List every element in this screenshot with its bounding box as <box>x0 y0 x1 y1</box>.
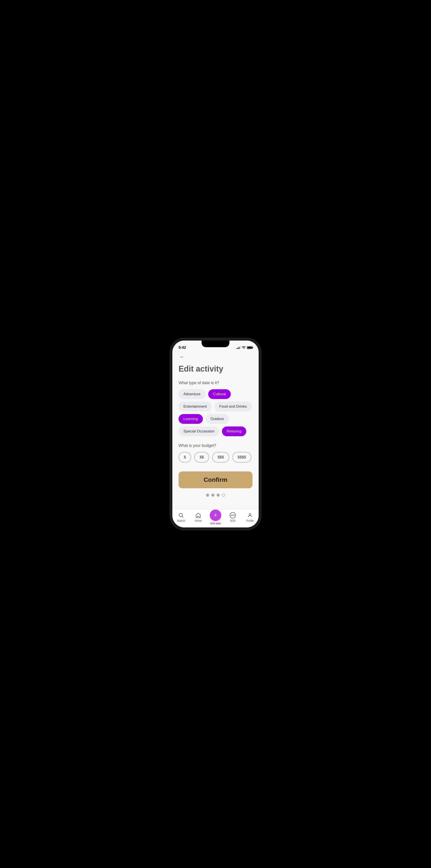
budget-btn-budget-4[interactable]: $$$$ <box>232 452 251 463</box>
battery-icon <box>247 346 253 349</box>
nav-add-date[interactable]: + Add date <box>207 509 224 525</box>
budget-btn-budget-2[interactable]: $$ <box>194 452 209 463</box>
nav-home[interactable]: Home <box>190 512 207 522</box>
nav-home-label: Home <box>195 519 202 522</box>
progress-dots <box>178 494 253 497</box>
budget-options: $$$$$$$$$$ <box>178 452 253 463</box>
tag-cultural[interactable]: Cultural <box>208 389 231 399</box>
nav-profile-label: Profile <box>246 519 254 522</box>
signal-icon <box>236 346 240 349</box>
status-icons <box>236 346 253 349</box>
confirm-button[interactable]: Confirm <box>178 471 253 488</box>
nav-search-label: Search <box>177 519 185 522</box>
tag-special-occasion[interactable]: Special Occassion <box>178 427 219 436</box>
nav-search[interactable]: Search <box>172 512 190 522</box>
back-button[interactable]: ← <box>178 353 186 361</box>
status-time: 9:42 <box>178 345 186 350</box>
tag-entertainment[interactable]: Entertainment <box>178 402 212 411</box>
nav-sos-label: SOS <box>230 519 235 522</box>
date-type-tags: AdventureCulturalEntertainmentFood and D… <box>178 389 253 436</box>
add-date-button[interactable]: + <box>210 509 221 521</box>
budget-section: What is your budget? $$$$$$$$$$ <box>178 443 253 463</box>
nav-add-date-label: Add date <box>210 522 221 525</box>
budget-btn-budget-1[interactable]: $ <box>178 452 191 463</box>
bottom-nav: Search Home + Add date SOS SOS <box>172 509 259 527</box>
tag-food-and-drinks[interactable]: Food and Drinks <box>214 402 252 411</box>
progress-dot-0 <box>206 494 209 497</box>
notch <box>202 341 229 347</box>
search-icon <box>178 512 184 518</box>
home-icon <box>195 512 201 518</box>
tag-adventure[interactable]: Adventure <box>178 389 205 399</box>
budget-label: What is your budget? <box>178 443 253 448</box>
date-type-label: What type of date is it? <box>178 381 253 385</box>
tag-relaxing[interactable]: Relaxing <box>222 427 246 436</box>
phone-frame: 9:42 ← Edit activity What type of date i… <box>172 341 259 527</box>
sos-icon: SOS <box>230 512 236 518</box>
confirm-section: Confirm <box>178 471 253 488</box>
svg-point-2 <box>249 514 251 515</box>
svg-line-1 <box>182 516 183 517</box>
budget-btn-budget-3[interactable]: $$$ <box>212 452 229 463</box>
back-arrow-icon: ← <box>180 354 185 360</box>
nav-profile[interactable]: Profile <box>241 512 259 522</box>
sos-circle: SOS <box>230 512 236 518</box>
person-icon <box>247 512 253 518</box>
progress-dot-2 <box>217 494 220 497</box>
nav-sos[interactable]: SOS SOS <box>224 512 241 522</box>
tag-learning[interactable]: Learning <box>178 414 203 424</box>
progress-dot-3 <box>222 494 225 497</box>
tag-outdoor[interactable]: Outdoor <box>205 414 229 424</box>
progress-dot-1 <box>211 494 214 497</box>
main-content: ← Edit activity What type of date is it?… <box>172 352 259 509</box>
wifi-icon <box>242 346 245 349</box>
plus-icon: + <box>214 512 217 518</box>
page-title: Edit activity <box>178 364 253 374</box>
